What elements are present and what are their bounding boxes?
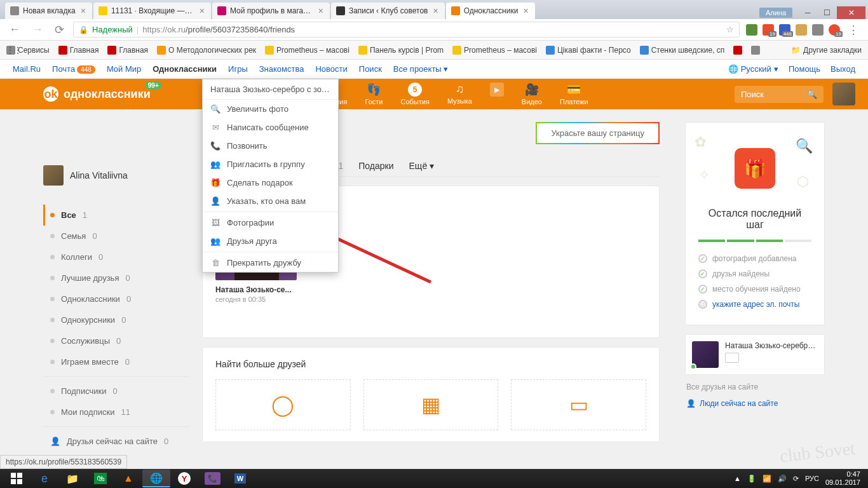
ctx-invite-group[interactable]: 👥Пригласить в группу <box>203 155 338 173</box>
ctx-unfriend[interactable]: 🗑Прекратить дружбу <box>203 254 338 272</box>
ctx-zoom-photo[interactable]: 🔍Увеличить фото <box>203 100 338 118</box>
tab-gifts[interactable]: Подарки <box>358 161 393 171</box>
chrome-user-chip[interactable]: Алина <box>759 8 792 18</box>
ext-icon[interactable] <box>746 24 757 36</box>
search-input[interactable]: Поиск🔍 <box>735 86 824 103</box>
browser-tab[interactable]: Новая вкладка× <box>5 3 92 19</box>
network-icon[interactable]: 📶 <box>763 475 771 483</box>
mailru-link[interactable]: Мой Мир <box>107 64 141 74</box>
ctx-call[interactable]: 📞Позвонить <box>203 137 338 155</box>
profile-mini[interactable]: Alina Vitaliivna <box>43 165 189 186</box>
bookmarks-more[interactable]: 📁 Другие закладки <box>791 46 862 55</box>
avatar[interactable] <box>832 83 855 105</box>
close-icon[interactable]: × <box>317 6 325 16</box>
ctx-mutual-friends[interactable]: 👥Друзья друга <box>203 232 338 250</box>
nav-guests[interactable]: 👣Гости <box>356 79 391 109</box>
friends-online-now[interactable]: 👤Друзья сейчас на сайте 0 <box>43 431 189 452</box>
bookmark[interactable] <box>733 46 742 55</box>
mailru-link[interactable]: Поиск <box>359 64 382 74</box>
url-input[interactable]: 🔒 Надежный | https://ok.ru/profile/56037… <box>73 22 740 37</box>
window-close[interactable]: ✕ <box>837 6 865 19</box>
bookmark[interactable]: Prometheus – масові <box>265 46 349 55</box>
taskbar-vlc[interactable]: ▲ <box>114 470 142 487</box>
forward-button[interactable]: → <box>29 23 46 36</box>
close-icon[interactable]: × <box>431 6 439 16</box>
bookmark[interactable]: Цікаві факти - Персо <box>546 46 631 55</box>
category-item[interactable]: Коллеги 0 <box>43 247 189 268</box>
browser-tab[interactable]: Записи ‹ Клуб советов× <box>331 3 445 19</box>
browser-tab-active[interactable]: Одноклассники× <box>446 3 535 19</box>
menu-icon[interactable]: ⋮ <box>845 23 862 37</box>
exit-link[interactable]: Выход <box>831 64 855 74</box>
category-all[interactable]: Все 1 <box>43 205 189 226</box>
close-icon[interactable]: × <box>198 6 206 16</box>
nav-play[interactable]: ▶ <box>481 79 513 109</box>
category-item[interactable]: Подписчики 0 <box>43 381 189 402</box>
ctx-photos[interactable]: 🖼Фотографии <box>203 214 338 232</box>
people-online-link[interactable]: 👤Люди сейчас на сайте <box>685 399 825 408</box>
lang-indicator[interactable]: РУС <box>805 475 819 482</box>
back-button[interactable]: ← <box>6 23 23 36</box>
window-minimize[interactable]: ─ <box>799 6 817 19</box>
taskbar-explorer[interactable]: 📁 <box>58 470 86 487</box>
category-item[interactable]: Играем вместе 0 <box>43 351 189 372</box>
mailru-link[interactable]: Игры <box>228 64 248 74</box>
step-item-pending[interactable]: @укажите адрес эл. почты <box>698 297 811 312</box>
find-card[interactable]: ▭ <box>511 379 646 430</box>
friend-name[interactable]: Наташа Зюзько-се... <box>215 285 297 294</box>
bookmark[interactable]: Prometheus – масові <box>452 46 537 55</box>
friend-chip-name[interactable]: Наташа Зюзько-серебро... <box>725 341 818 350</box>
bookmark[interactable]: ⋮⋮Сервисы <box>6 46 50 55</box>
bookmark[interactable]: О Методологических рек <box>157 46 256 55</box>
ext-icon[interactable]: 448 <box>779 24 790 36</box>
mailru-link[interactable]: Почта448 <box>52 64 95 74</box>
all-friends-link[interactable]: Все друзья на сайте <box>685 383 825 391</box>
mailru-link-active[interactable]: Одноклассники <box>153 64 217 74</box>
taskbar-yandex[interactable]: Y <box>170 470 198 487</box>
category-item[interactable]: Мои подписки 11 <box>43 402 189 423</box>
taskbar-store[interactable]: 🛍 <box>86 470 114 487</box>
ctx-write-message[interactable]: ✉Написать сообщение <box>203 118 338 137</box>
ctx-gift[interactable]: 🎁Сделать подарок <box>203 173 338 192</box>
star-icon[interactable]: ☆ <box>726 25 734 34</box>
category-item[interactable]: Лучшие друзья 0 <box>43 268 189 288</box>
tray-icon[interactable]: ▲ <box>734 475 741 482</box>
find-card[interactable]: ◯ <box>215 379 351 430</box>
ctx-relation[interactable]: 👤Указать, кто она вам <box>203 192 338 210</box>
bookmark[interactable]: Главная <box>58 46 99 55</box>
bookmark[interactable]: Панель курсів | Prom <box>358 46 444 55</box>
lang-selector[interactable]: 🌐Русский ▾ <box>728 64 778 74</box>
browser-tab[interactable]: Мой профиль в магазин× <box>212 3 330 19</box>
start-button[interactable] <box>3 470 31 487</box>
taskbar-ie[interactable]: e <box>31 470 58 487</box>
bookmark[interactable] <box>751 46 760 55</box>
taskbar-word[interactable]: W <box>226 470 254 487</box>
find-card[interactable]: ▦ <box>363 379 499 430</box>
reload-button[interactable]: ⟳ <box>52 23 67 37</box>
ext-icon[interactable]: 19 <box>763 24 774 36</box>
nav-payments[interactable]: 💳Платежи <box>551 79 597 109</box>
tab-more[interactable]: Ещё ▾ <box>409 161 435 171</box>
ext-icon[interactable]: 19 <box>829 24 840 36</box>
nav-music[interactable]: ♫Музыка <box>438 79 481 109</box>
browser-tab[interactable]: 11131 · Входящие — Ян× <box>93 3 211 19</box>
friend-chip[interactable]: Наташа Зюзько-серебро... <box>685 334 825 375</box>
ok-logo[interactable]: ok одноклассники 99+ <box>43 86 151 102</box>
ext-icon[interactable] <box>796 24 807 36</box>
nav-video[interactable]: 🎥Видео <box>513 79 551 109</box>
category-item[interactable]: Сослуживцы 0 <box>43 330 189 351</box>
mailru-link[interactable]: Все проекты ▾ <box>393 64 449 74</box>
mailru-link[interactable]: Новости <box>315 64 347 74</box>
help-link[interactable]: Помощь <box>789 64 820 74</box>
bookmark[interactable]: Главная <box>107 46 148 55</box>
taskbar-clock[interactable]: 0:47 09.01.2017 <box>825 470 860 487</box>
bookmark[interactable]: Стенки шведские, сп <box>640 46 725 55</box>
taskbar-viber[interactable]: 📞 <box>198 470 226 487</box>
battery-icon[interactable]: 🔋 <box>747 475 756 483</box>
ext-icon[interactable] <box>812 24 824 36</box>
category-item[interactable]: Однокурсники 0 <box>43 309 189 330</box>
message-icon[interactable] <box>725 353 739 363</box>
mailru-link[interactable]: Знакомства <box>259 64 304 74</box>
sync-icon[interactable]: ⟳ <box>793 475 799 483</box>
decorate-page-button[interactable]: Украсьте вашу страницу <box>536 122 660 144</box>
